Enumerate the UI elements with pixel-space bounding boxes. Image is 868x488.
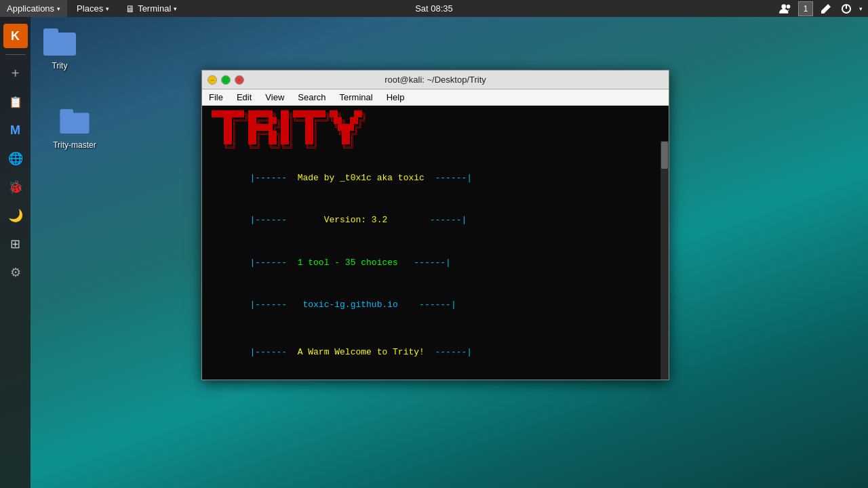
workspace-number: 1: [804, 4, 808, 14]
applications-arrow: ▾: [57, 5, 60, 12]
sidebar-bug-icon[interactable]: 🐞: [3, 175, 28, 199]
sidebar-moon-icon[interactable]: 🌙: [3, 203, 28, 228]
terminal-scrollbar[interactable]: [660, 141, 669, 380]
users-icon[interactable]: [778, 1, 793, 16]
trity-master-folder-icon: [58, 105, 91, 138]
terminal-title-text: root@kali: ~/Desktop/Trity: [384, 75, 486, 85]
places-menu[interactable]: Places ▾: [70, 0, 116, 17]
terminal-titlebar: – □ × root@kali: ~/Desktop/Trity: [202, 70, 669, 89]
info-line-1: |------ Made by _t0x1c aka toxic ------|: [208, 157, 663, 199]
trity-folder-icon: [43, 26, 76, 58]
menu-help[interactable]: Help: [380, 89, 412, 106]
menu-terminal[interactable]: Terminal: [333, 89, 380, 106]
maximize-button[interactable]: □: [221, 75, 231, 85]
menu-file[interactable]: File: [202, 89, 230, 106]
terminal-label: Terminal: [138, 3, 171, 14]
info-line-2: |------ Version: 3.2 ------|: [208, 199, 663, 241]
window-buttons: – □ ×: [208, 75, 244, 85]
power-icon[interactable]: [839, 1, 854, 16]
top-panel-left: Applications ▾ Places ▾ 🖥 Terminal ▾: [0, 0, 184, 17]
terminal-arrow: ▾: [174, 5, 177, 12]
svg-point-1: [787, 4, 791, 8]
menu-search[interactable]: Search: [291, 89, 332, 106]
terminal-menu[interactable]: 🖥 Terminal ▾: [119, 0, 184, 17]
applications-label: Applications: [7, 3, 54, 14]
info-line-4: |------ toxic-ig.github.io ------|: [208, 284, 663, 326]
menu-view[interactable]: View: [258, 89, 291, 106]
close-button[interactable]: ×: [235, 75, 244, 85]
minimize-button[interactable]: –: [208, 75, 217, 85]
sidebar-m-icon[interactable]: M: [3, 118, 28, 142]
places-arrow: ▾: [106, 5, 109, 12]
desktop-icon-trity-master[interactable]: Trity-master: [51, 105, 98, 150]
trity-master-icon-label: Trity-master: [53, 140, 96, 150]
sidebar-gear-icon[interactable]: ⚙: [3, 260, 28, 285]
power-arrow: ▾: [859, 5, 863, 12]
datetime-text: Sat 08:35: [415, 3, 453, 14]
trity-icon-label: Trity: [52, 61, 68, 70]
sidebar-main-icon[interactable]: K: [3, 24, 28, 48]
datetime-display: Sat 08:35: [415, 3, 453, 14]
sidebar: K + 📋 M 🌐 🐞 🌙 ⊞ ⚙: [0, 17, 31, 488]
pencil-icon[interactable]: [818, 1, 833, 16]
sidebar-add-icon[interactable]: +: [3, 61, 28, 85]
top-panel: Applications ▾ Places ▾ 🖥 Terminal ▾ Sat…: [0, 0, 868, 17]
top-panel-right: 1 ▾: [778, 1, 868, 16]
applications-menu[interactable]: Applications ▾: [0, 0, 67, 17]
scroll-thumb[interactable]: [661, 142, 668, 169]
sidebar-clipboard-icon[interactable]: 📋: [3, 89, 28, 114]
sidebar-globe-icon[interactable]: 🌐: [3, 146, 28, 171]
desktop: Applications ▾ Places ▾ 🖥 Terminal ▾ Sat…: [0, 0, 868, 488]
info-line-6: |------ Awesome Pentesting tool! ------|: [208, 374, 663, 380]
svg-point-0: [781, 4, 786, 9]
desktop-icon-trity[interactable]: Trity: [36, 26, 83, 70]
menu-edit[interactable]: Edit: [230, 89, 258, 106]
terminal-icon: 🖥: [125, 3, 135, 14]
workspace-badge[interactable]: 1: [798, 1, 813, 16]
terminal-menubar: File Edit View Search Terminal Help: [202, 89, 669, 106]
info-line-3: |------ 1 tool - 35 choices ------|: [208, 242, 663, 284]
trity-custom-art: ████████╗██████╗ ██╗████████╗██╗ ██╗ ██╔…: [208, 111, 663, 152]
places-label: Places: [77, 3, 103, 14]
terminal-window: – □ × root@kali: ~/Desktop/Trity File Ed…: [201, 70, 669, 380]
terminal-content[interactable]: ████████╗██████╗ ██╗████████╗██╗ ██╗ ██╔…: [202, 106, 669, 380]
info-line-5: |------ A Warm Welcome to Trity! ------|: [208, 332, 663, 374]
sidebar-divider: [5, 54, 26, 55]
sidebar-grid-icon[interactable]: ⊞: [3, 232, 28, 256]
